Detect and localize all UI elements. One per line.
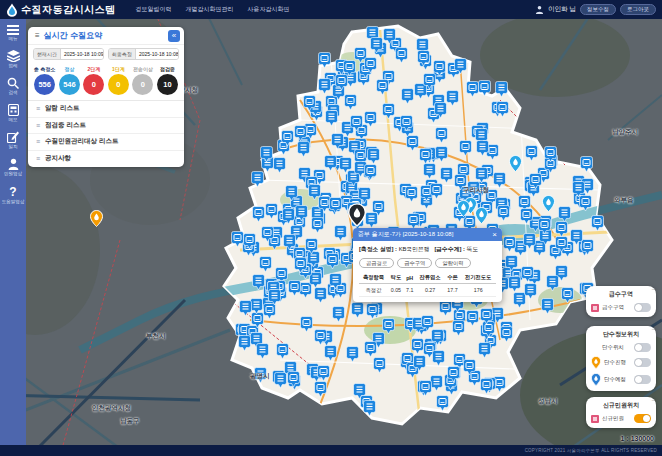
station-marker[interactable] xyxy=(447,366,460,383)
sidebar-item-complaint-video[interactable]: 민원영상 xyxy=(4,158,22,176)
station-marker[interactable] xyxy=(303,95,316,112)
station-marker[interactable] xyxy=(318,78,331,95)
sidebar-item-help-video[interactable]: ? 도움말영상 xyxy=(2,185,25,204)
sidebar-item-menu[interactable]: 메뉴 xyxy=(7,25,19,41)
station-marker[interactable] xyxy=(432,350,445,367)
station-marker[interactable] xyxy=(370,37,383,54)
station-marker[interactable] xyxy=(317,365,330,382)
station-marker[interactable] xyxy=(508,276,521,293)
stat-level2[interactable]: 2단계 0 xyxy=(83,66,104,95)
station-marker[interactable] xyxy=(373,357,386,374)
station-marker[interactable] xyxy=(476,140,489,157)
station-marker[interactable] xyxy=(395,47,408,64)
station-marker[interactable] xyxy=(367,148,380,165)
cutoff-planned-pin[interactable] xyxy=(475,207,488,228)
station-marker[interactable] xyxy=(521,266,534,283)
logout-button[interactable]: 로그아웃 xyxy=(620,4,656,15)
station-marker[interactable] xyxy=(331,133,344,150)
station-marker[interactable] xyxy=(525,145,538,162)
station-marker[interactable] xyxy=(480,308,493,325)
station-marker[interactable] xyxy=(364,164,377,181)
station-marker[interactable] xyxy=(580,156,593,173)
sidebar-item-search[interactable]: 검색 xyxy=(7,77,19,95)
station-marker[interactable] xyxy=(314,287,327,304)
list-item-alarm[interactable]: ≡ 알람 리스트 xyxy=(28,101,184,118)
station-marker[interactable] xyxy=(423,163,436,180)
cutoff-progress-toggle[interactable] xyxy=(634,358,651,367)
station-marker[interactable] xyxy=(252,274,265,291)
collapse-caret-icon[interactable]: – xyxy=(652,326,655,332)
station-marker[interactable] xyxy=(334,225,347,242)
station-marker[interactable] xyxy=(287,371,300,388)
station-marker[interactable] xyxy=(300,316,313,333)
station-marker[interactable] xyxy=(411,338,424,355)
station-marker[interactable] xyxy=(466,310,479,327)
station-marker[interactable] xyxy=(561,287,574,304)
station-marker[interactable] xyxy=(351,302,364,319)
station-marker[interactable] xyxy=(419,380,432,397)
station-marker[interactable] xyxy=(454,58,467,75)
stat-under-inspection[interactable]: 점검중 10 xyxy=(157,66,178,95)
station-marker[interactable] xyxy=(591,215,604,232)
station-marker[interactable] xyxy=(435,127,448,144)
station-marker[interactable] xyxy=(343,60,356,77)
station-marker[interactable] xyxy=(326,253,339,270)
nav-alarm-history[interactable]: 경보알림이력 xyxy=(136,5,172,14)
stat-total-stations[interactable]: 총 측정소 556 xyxy=(34,66,55,95)
collapse-caret-icon[interactable]: – xyxy=(652,286,655,292)
station-marker[interactable] xyxy=(288,280,301,297)
station-marker[interactable] xyxy=(383,28,396,45)
station-marker[interactable] xyxy=(297,141,310,158)
station-marker[interactable] xyxy=(276,343,289,360)
station-marker[interactable] xyxy=(463,359,476,376)
station-marker[interactable] xyxy=(421,315,434,332)
station-marker[interactable] xyxy=(480,378,493,395)
station-marker[interactable] xyxy=(440,167,453,184)
station-marker[interactable] xyxy=(376,79,389,96)
cutoff-location-toggle[interactable] xyxy=(634,343,651,352)
station-marker[interactable] xyxy=(265,203,278,220)
station-marker[interactable] xyxy=(466,81,479,98)
station-marker[interactable] xyxy=(365,212,378,229)
station-marker[interactable] xyxy=(364,341,377,358)
station-marker[interactable] xyxy=(243,233,256,250)
station-marker[interactable] xyxy=(332,306,345,323)
station-marker[interactable] xyxy=(252,206,265,223)
cutoff-progress-pin[interactable] xyxy=(90,210,103,231)
station-marker[interactable] xyxy=(529,173,542,190)
station-marker[interactable] xyxy=(294,257,307,274)
station-marker[interactable] xyxy=(500,326,513,343)
station-marker[interactable] xyxy=(401,88,414,105)
new-complaint-toggle[interactable] xyxy=(634,414,651,423)
supply-route-button[interactable]: 공급경로 xyxy=(359,258,394,268)
station-marker[interactable] xyxy=(538,218,551,235)
station-marker[interactable] xyxy=(256,343,269,360)
stat-transmission-error[interactable]: 전송이상 0 xyxy=(132,66,153,95)
list-item-notice[interactable]: ≡ 공지사항 xyxy=(28,151,184,168)
station-marker[interactable] xyxy=(496,101,509,118)
station-marker[interactable] xyxy=(311,217,324,234)
sidebar-item-legend[interactable]: 범례 xyxy=(7,50,20,68)
station-marker[interactable] xyxy=(329,197,342,214)
station-marker[interactable] xyxy=(318,52,331,69)
station-marker[interactable] xyxy=(478,342,491,359)
station-marker[interactable] xyxy=(503,236,516,253)
station-marker[interactable] xyxy=(544,146,557,163)
station-marker[interactable] xyxy=(314,329,327,346)
station-marker[interactable] xyxy=(295,205,308,222)
supply-zone-button[interactable]: 급수구역 xyxy=(397,258,432,268)
station-marker[interactable] xyxy=(434,102,447,119)
station-marker[interactable] xyxy=(329,273,342,290)
station-marker[interactable] xyxy=(346,346,359,363)
sidebar-item-journal[interactable]: 일지 xyxy=(7,131,19,149)
station-marker[interactable] xyxy=(305,238,318,255)
cutoff-planned-toggle[interactable] xyxy=(634,375,651,384)
cutoff-planned-pin[interactable] xyxy=(457,200,470,221)
station-marker[interactable] xyxy=(294,125,307,142)
station-marker[interactable] xyxy=(251,171,264,188)
close-icon[interactable]: × xyxy=(492,230,497,240)
station-marker[interactable] xyxy=(505,255,518,272)
station-marker[interactable] xyxy=(436,395,449,412)
station-marker[interactable] xyxy=(364,57,377,74)
station-marker[interactable] xyxy=(430,375,443,392)
